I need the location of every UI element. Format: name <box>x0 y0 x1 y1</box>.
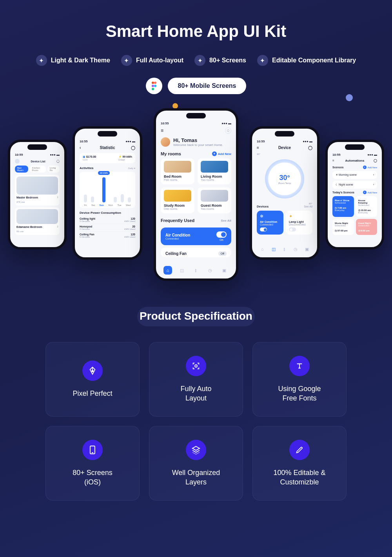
frame-icon <box>186 356 206 376</box>
today-card[interactable]: Rise n' ShineScheduled◷ 7:00 amEveryday <box>332 196 354 217</box>
today-card[interactable]: Movie NightScheduled◷ 07:00 pm <box>332 219 354 235</box>
diamond-icon: ✦ <box>257 55 268 66</box>
spec-card: 80+ Screens (iOS) <box>45 426 140 501</box>
freq-card[interactable]: Air ConditionConnected On <box>161 228 231 245</box>
avatar-icon <box>15 159 20 164</box>
stat-usage: 99 kWh <box>122 155 132 158</box>
greeting: Hi, Tomas <box>173 137 223 143</box>
device-card[interactable]: ✦ Lamp Light Disconnected <box>286 211 312 235</box>
today-card[interactable]: Good NightScheduled◷ 9:00 pm <box>356 219 377 235</box>
scene-row[interactable]: ☀ Morning scene› <box>332 171 377 179</box>
hero-title: Smart Home App UI Kit <box>0 0 392 41</box>
room-card[interactable]: Guest RoomTwo rooms <box>198 187 231 213</box>
status-time: 10:55 <box>15 153 23 157</box>
nav-stats-icon[interactable]: ⫿ <box>280 245 289 253</box>
power-row: Homepod5 Devices20kWh Used <box>80 224 135 232</box>
room-sub: 476 use <box>16 201 58 203</box>
chart-badge: 99 kWh <box>98 171 110 175</box>
menu-icon[interactable]: ≡ <box>332 159 334 162</box>
bell-icon: ◯ <box>56 160 60 163</box>
room-name: Master Bedroom <box>16 196 38 199</box>
figma-icon <box>146 78 162 94</box>
spec-label: Well Organized Layers <box>172 468 220 487</box>
nav-home-icon[interactable]: ⌂ <box>258 245 267 253</box>
device-card[interactable]: ❄ Air Condition Connected <box>257 211 283 235</box>
feature-label: Full Auto-layout <box>136 57 183 64</box>
nav-grid-icon[interactable]: ◫ <box>178 266 186 275</box>
nav-grid-icon[interactable]: ◫ <box>269 245 278 253</box>
tab[interactable]: Bed Room <box>15 166 28 173</box>
feature-label: Editable Component Library <box>272 57 356 64</box>
mock-home: 10:55●●● ▬ ≡◌ Hi, Tomas Welcome back to … <box>154 108 238 281</box>
status-time: 10:55 <box>161 122 169 125</box>
section-label: Device Power Consumption <box>80 211 135 215</box>
freq-card[interactable]: Ceiling Fan Off <box>161 248 231 257</box>
stat-cost: $170.00 <box>86 155 96 158</box>
status-icons: ●●● ▬ <box>303 140 312 143</box>
tab[interactable]: Living Ro <box>47 166 60 173</box>
pill-row: 80+ Mobile Screens <box>0 78 392 94</box>
day: Wed <box>126 204 131 206</box>
dropdown[interactable]: Daily ▾ <box>128 167 135 169</box>
section-label: Today's Scences <box>332 191 354 194</box>
svg-point-5 <box>92 370 93 372</box>
bar-chart: 99 kWh Fri Sat Sun Mon Tue Wed <box>80 172 135 208</box>
bell-icon[interactable]: ◯ <box>308 146 312 150</box>
menu-icon[interactable]: ≡ <box>257 146 259 150</box>
nav-stats-icon[interactable]: ⫿ <box>192 266 200 275</box>
temp-dial[interactable]: 30° Room Temp <box>265 159 304 198</box>
temp-lo: 30° <box>257 153 260 155</box>
spec-card: Using Google Free Fonts <box>252 342 347 417</box>
feature-item: ✦Full Auto-layout <box>121 55 183 66</box>
spec-label: 80+ Screens (iOS) <box>73 468 113 487</box>
spec-card: 100% Editable & Customizble <box>252 426 347 501</box>
day: Sun <box>100 204 104 206</box>
room-card[interactable]: Study RoomOne rooms <box>161 187 194 213</box>
see-all-link[interactable]: See All <box>221 219 231 222</box>
room-card[interactable]: Bed RoomFive rooms <box>161 158 194 184</box>
phone-showcase: 10:55●●● ▬ Device List◯ Bed Room Kitchen… <box>0 106 392 286</box>
bell-icon[interactable]: ◯ <box>374 159 377 162</box>
mock-device-list: 10:55●●● ▬ Device List◯ Bed Room Kitchen… <box>8 140 67 249</box>
diamond-icon: ✦ <box>36 55 47 66</box>
section-label: Devices <box>257 205 269 208</box>
nav-clock-icon[interactable]: ◷ <box>291 245 300 253</box>
spec-title: Product Specification <box>0 310 392 322</box>
nav-camera-icon[interactable]: ▣ <box>303 245 311 253</box>
room-sub: 06 use <box>16 230 58 233</box>
nav-home-icon[interactable]: ⌂ <box>163 266 172 275</box>
tab[interactable]: Kitchen Room <box>30 166 46 173</box>
bell-icon[interactable]: ◌ <box>225 127 231 134</box>
temp-value: 30° <box>279 174 290 182</box>
add-new-button[interactable]: +Add New <box>212 151 231 156</box>
see-all-link[interactable]: See All <box>304 205 312 208</box>
menu-icon[interactable]: ≡ <box>161 128 163 133</box>
type-icon <box>289 356 310 376</box>
section-label: Activities <box>80 166 94 170</box>
status-time: 10:55 <box>257 140 265 143</box>
back-icon[interactable]: ‹ <box>80 146 81 150</box>
mock-automations: 10:55●●● ▬ ≡Automations◯ Scences+Add New… <box>325 140 384 249</box>
room-icons: ⁝ <box>57 196 58 199</box>
nav-camera-icon[interactable]: ▣ <box>220 266 229 275</box>
svg-point-4 <box>152 88 154 90</box>
spec-label: Pixel Perfect <box>73 389 112 398</box>
room-image <box>16 209 58 224</box>
feature-label: Light & Dark Theme <box>51 57 110 64</box>
scene-row[interactable]: ☾ Night scene› <box>332 181 377 189</box>
feature-item: ✦Editable Component Library <box>257 55 356 66</box>
greeting-sub: Welcome back to your smart Home. <box>173 143 223 147</box>
nav-clock-icon[interactable]: ◷ <box>206 266 214 275</box>
bell-icon[interactable]: ◯ <box>131 146 135 150</box>
screen-title: Device List <box>31 160 45 163</box>
room-card[interactable]: Living RoomTwo rooms <box>198 158 231 184</box>
status-time: 10:55 <box>332 153 340 157</box>
svg-rect-6 <box>195 365 197 367</box>
spec-label: Using Google Free Fonts <box>278 384 321 403</box>
status-time: 10:55 <box>80 140 87 143</box>
add-new-button[interactable]: +Add New <box>363 166 377 169</box>
pen-icon <box>82 360 103 381</box>
today-card[interactable]: House KeepingScheduled◷ 10:00 amEveryday <box>356 196 377 217</box>
add-new-button[interactable]: +Add New <box>363 191 377 194</box>
stat-usage-label: Usage <box>118 158 132 161</box>
